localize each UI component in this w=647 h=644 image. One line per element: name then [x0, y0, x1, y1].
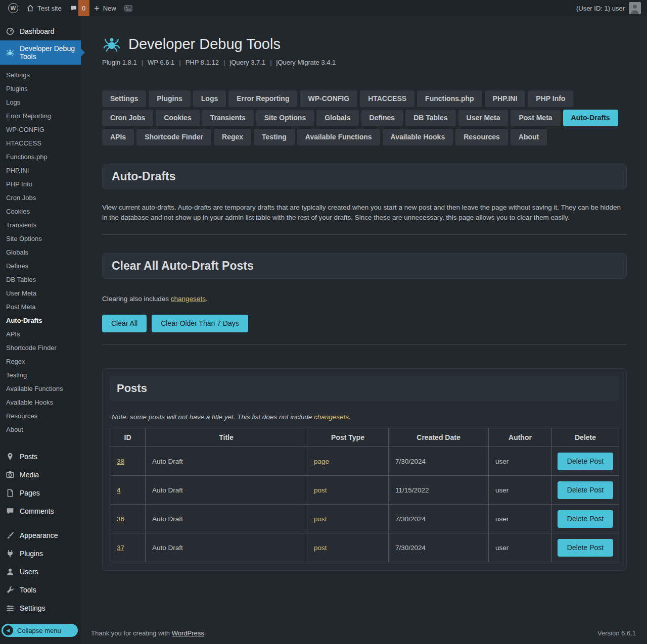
sidebar-item-db-tables[interactable]: DB Tables	[0, 273, 81, 286]
tab-available-functions[interactable]: Available Functions	[297, 129, 380, 145]
sidebar-item-site-options[interactable]: Site Options	[0, 232, 81, 245]
tab-plugins[interactable]: Plugins	[149, 90, 191, 107]
sidebar-item-shortcode-finder[interactable]: Shortcode Finder	[0, 341, 81, 355]
tab-defines[interactable]: Defines	[361, 110, 403, 126]
sidebar-item-resources[interactable]: Resources	[0, 409, 81, 423]
wordpress-link[interactable]: WordPress	[172, 629, 204, 637]
sidebar-item-globals[interactable]: Globals	[0, 245, 81, 259]
post-type-cell: post	[307, 505, 389, 533]
tab-testing[interactable]: Testing	[254, 129, 295, 145]
wordpress-menu[interactable]: W	[4, 0, 22, 16]
sidebar-item-php-info[interactable]: PHP Info	[0, 177, 81, 191]
admin-sidebar: Dashboard Developer Debug Tools Settings…	[0, 16, 81, 644]
paintbrush-icon	[5, 530, 15, 540]
comments-link[interactable]	[66, 0, 78, 16]
tab-resources[interactable]: Resources	[455, 129, 508, 145]
sidebar-item-developer-debug-tools[interactable]: Developer Debug Tools	[0, 40, 81, 65]
delete-post-button[interactable]: Delete Post	[558, 481, 613, 499]
sidebar-item-settings[interactable]: Settings	[0, 68, 81, 82]
post-id-link[interactable]: 37	[117, 544, 124, 552]
sidebar-item-defines[interactable]: Defines	[0, 259, 81, 273]
dashboard-icon	[5, 26, 15, 36]
changesets-link[interactable]: changesets	[314, 413, 349, 421]
sidebar-item-available-hooks[interactable]: Available Hooks	[0, 395, 81, 409]
sidebar-item-cookies[interactable]: Cookies	[0, 205, 81, 218]
post-id-link[interactable]: 36	[117, 515, 124, 523]
sidebar-item-plugins-core[interactable]: Plugins	[0, 544, 81, 563]
screen-icon	[124, 5, 132, 12]
tab-user-meta[interactable]: User Meta	[458, 110, 509, 126]
delete-post-button[interactable]: Delete Post	[558, 453, 613, 470]
tab-shortcode-finder[interactable]: Shortcode Finder	[136, 129, 211, 145]
tab-php-info[interactable]: PHP Info	[528, 90, 573, 107]
sidebar-item-label: Plugins	[20, 550, 43, 558]
tab-settings[interactable]: Settings	[102, 90, 146, 107]
sidebar-item-comments[interactable]: Comments	[0, 502, 81, 520]
clear-section-header: Clear All Auto-Draft Posts	[102, 253, 627, 279]
tab-cookies[interactable]: Cookies	[156, 110, 199, 126]
sidebar-item-plugins[interactable]: Plugins	[0, 82, 81, 95]
sidebar-item-tools[interactable]: Tools	[0, 581, 81, 599]
new-content-button[interactable]: New	[89, 0, 120, 16]
tab-wp-config[interactable]: WP-CONFIG	[300, 90, 357, 107]
plugin-adminbar-button[interactable]	[120, 0, 136, 16]
sidebar-item-php-ini[interactable]: PHP.INI	[0, 164, 81, 177]
account-menu[interactable]: (User ID: 1) user	[576, 0, 641, 16]
tab-transients[interactable]: Transients	[202, 110, 254, 126]
sidebar-item-user-meta[interactable]: User Meta	[0, 286, 81, 300]
post-id-link[interactable]: 4	[117, 486, 121, 494]
sidebar-item-about[interactable]: About	[0, 423, 81, 436]
sidebar-item-wp-config[interactable]: WP-CONFIG	[0, 123, 81, 136]
sidebar-item-appearance[interactable]: Appearance	[0, 526, 81, 544]
delete-post-button[interactable]: Delete Post	[558, 539, 613, 557]
sidebar-item-dashboard[interactable]: Dashboard	[0, 22, 81, 40]
delete-post-button[interactable]: Delete Post	[558, 510, 613, 528]
collapse-menu-button[interactable]: ◀ Collapse menu	[2, 624, 78, 637]
sidebar-item-pages[interactable]: Pages	[0, 484, 81, 502]
plugin-version: Plugin 1.8.1	[102, 59, 137, 66]
tab-db-tables[interactable]: DB Tables	[405, 110, 455, 126]
tab-cron-jobs[interactable]: Cron Jobs	[102, 110, 153, 126]
post-id-link[interactable]: 38	[117, 458, 124, 465]
tab-functions-php[interactable]: Functions.php	[417, 90, 482, 107]
wrench-icon	[5, 585, 15, 595]
post-type-cell: post	[307, 533, 389, 562]
comment-count-badge[interactable]: 0	[78, 0, 89, 16]
table-row: 4 Auto Draft post 11/15/2022 user Delete…	[110, 476, 619, 505]
sidebar-item-regex[interactable]: Regex	[0, 355, 81, 368]
sidebar-item-users[interactable]: Users	[0, 563, 81, 581]
tab-globals[interactable]: Globals	[316, 110, 358, 126]
tab-about[interactable]: About	[511, 129, 547, 145]
sidebar-item-error-reporting[interactable]: Error Reporting	[0, 109, 81, 123]
changesets-link[interactable]: changesets	[171, 295, 206, 303]
clear-older-button[interactable]: Clear Older Than 7 Days	[152, 315, 248, 332]
tab-htaccess[interactable]: HTACCESS	[360, 90, 414, 107]
tab-regex[interactable]: Regex	[214, 129, 251, 145]
tab-apis[interactable]: APIs	[102, 129, 134, 145]
tab-post-meta[interactable]: Post Meta	[511, 110, 560, 126]
site-home-link[interactable]: Test site	[22, 0, 66, 16]
sidebar-item-media[interactable]: Media	[0, 466, 81, 484]
core-menu: Posts Media Pages Comments Appearance Pl…	[0, 448, 81, 617]
tab-site-options[interactable]: Site Options	[256, 110, 314, 126]
sidebar-item-htaccess[interactable]: HTACCESS	[0, 136, 81, 150]
tab-php-ini[interactable]: PHP.INI	[485, 90, 526, 107]
sidebar-item-logs[interactable]: Logs	[0, 95, 81, 109]
tab-auto-drafts[interactable]: Auto-Drafts	[563, 110, 618, 126]
sidebar-item-posts[interactable]: Posts	[0, 448, 81, 466]
sidebar-item-post-meta[interactable]: Post Meta	[0, 300, 81, 314]
posts-pin-icon	[5, 452, 15, 462]
sidebar-item-testing[interactable]: Testing	[0, 368, 81, 382]
tab-logs[interactable]: Logs	[193, 90, 226, 107]
clear-all-button[interactable]: Clear All	[102, 315, 147, 332]
sidebar-item-settings-core[interactable]: Settings	[0, 599, 81, 617]
sidebar-item-apis[interactable]: APIs	[0, 327, 81, 341]
sidebar-item-functions-php[interactable]: Functions.php	[0, 150, 81, 164]
sidebar-item-auto-drafts[interactable]: Auto-Drafts	[0, 314, 81, 327]
sidebar-item-transients[interactable]: Transients	[0, 218, 81, 232]
tab-error-reporting[interactable]: Error Reporting	[228, 90, 297, 107]
page-icon	[5, 488, 15, 498]
tab-available-hooks[interactable]: Available Hooks	[383, 129, 453, 145]
sidebar-item-available-functions[interactable]: Available Functions	[0, 382, 81, 395]
sidebar-item-cron-jobs[interactable]: Cron Jobs	[0, 191, 81, 205]
